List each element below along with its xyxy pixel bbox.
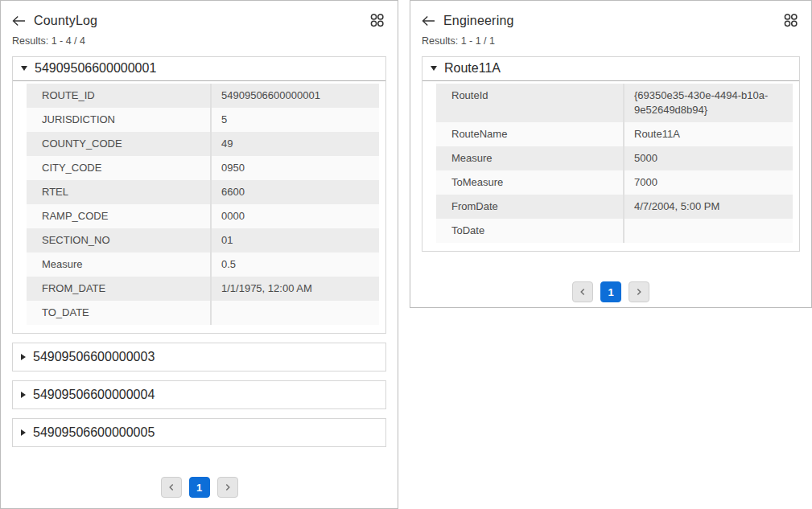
feature-item: Route11A RouteId {69350e35-430e-4494-b10… bbox=[422, 56, 800, 252]
pagination-prev-button[interactable] bbox=[572, 281, 593, 302]
chevron-left-icon bbox=[166, 482, 177, 493]
pagination: 1 bbox=[410, 281, 811, 302]
field-label: COUNTY_CODE bbox=[27, 132, 210, 156]
back-button[interactable] bbox=[422, 15, 435, 27]
results-count: Results: 1 - 1 / 1 bbox=[410, 28, 811, 56]
arrow-left-icon bbox=[12, 15, 26, 27]
feature-info-panel-countylog: CountyLog Results: 1 - 4 / 4 54909506600… bbox=[0, 0, 398, 509]
table-row: Measure 5000 bbox=[436, 146, 793, 170]
caret-right-icon bbox=[21, 354, 26, 360]
table-row: RouteName Route11A bbox=[436, 122, 793, 146]
actions-button[interactable] bbox=[369, 13, 385, 28]
table-row: RAMP_CODE 0000 bbox=[27, 204, 379, 228]
back-button[interactable] bbox=[12, 15, 26, 27]
panel-header: Engineering bbox=[410, 1, 811, 28]
caret-right-icon bbox=[21, 392, 26, 398]
attribute-table: RouteId {69350e35-430e-4494-b10a-9e52649… bbox=[436, 84, 793, 243]
field-label: Measure bbox=[27, 252, 210, 277]
field-label: RouteId bbox=[436, 84, 623, 122]
field-label: FROM_DATE bbox=[27, 277, 210, 301]
field-value: Route11A bbox=[623, 122, 793, 146]
field-label: ROUTE_ID bbox=[27, 84, 210, 108]
arrow-left-icon bbox=[422, 15, 435, 27]
chevron-left-icon bbox=[577, 286, 588, 298]
field-label: CITY_CODE bbox=[27, 156, 210, 180]
feature-item: 54909506600000003 bbox=[12, 343, 386, 371]
field-label: ToDate bbox=[436, 219, 623, 243]
field-value: 01 bbox=[210, 228, 379, 252]
field-label: FromDate bbox=[436, 195, 623, 219]
table-row: RTEL 6600 bbox=[27, 180, 379, 204]
pagination: 1 bbox=[1, 477, 398, 498]
table-row: FROM_DATE 1/1/1975, 12:00 AM bbox=[27, 277, 379, 301]
feature-header[interactable]: 54909506600000001 bbox=[13, 57, 385, 81]
table-row: SECTION_NO 01 bbox=[27, 228, 379, 252]
grid-actions-icon bbox=[783, 13, 798, 28]
field-label: SECTION_NO bbox=[27, 228, 210, 252]
field-value: 1/1/1975, 12:00 AM bbox=[210, 277, 379, 301]
table-row: Measure 0.5 bbox=[27, 252, 379, 277]
feature-item: 54909506600000005 bbox=[12, 418, 386, 447]
field-label: RAMP_CODE bbox=[27, 204, 210, 228]
panel-title: CountyLog bbox=[34, 14, 97, 28]
actions-button[interactable] bbox=[783, 13, 798, 28]
panel-title: Engineering bbox=[443, 14, 514, 28]
caret-right-icon bbox=[21, 429, 26, 436]
field-value: 0000 bbox=[210, 204, 379, 228]
feature-title: 54909506600000005 bbox=[33, 425, 155, 440]
field-value: 7000 bbox=[623, 170, 793, 195]
feature-title: 54909506600000004 bbox=[33, 388, 155, 402]
caret-down-icon bbox=[21, 66, 27, 71]
field-label: Measure bbox=[436, 146, 623, 170]
table-row: JURISDICTION 5 bbox=[27, 108, 379, 132]
field-label: RouteName bbox=[436, 122, 623, 146]
field-value: 54909506600000001 bbox=[210, 84, 379, 108]
pagination-next-button[interactable] bbox=[217, 477, 238, 498]
feature-info-panel-engineering: Engineering Results: 1 - 1 / 1 Route11A … bbox=[410, 0, 812, 308]
grid-actions-icon bbox=[369, 13, 385, 28]
feature-header[interactable]: Route11A bbox=[422, 57, 799, 81]
table-row: TO_DATE bbox=[27, 301, 379, 325]
field-label: JURISDICTION bbox=[27, 108, 210, 132]
panel-header: CountyLog bbox=[1, 1, 398, 28]
table-row: RouteId {69350e35-430e-4494-b10a-9e52649… bbox=[436, 84, 793, 122]
field-value: {69350e35-430e-4494-b10a-9e52649d8b94} bbox=[623, 84, 793, 122]
field-label: RTEL bbox=[27, 180, 210, 204]
attribute-table: ROUTE_ID 54909506600000001 JURISDICTION … bbox=[27, 84, 379, 325]
field-value: 5 bbox=[210, 108, 379, 132]
field-value: 6600 bbox=[210, 180, 379, 204]
field-value bbox=[210, 301, 379, 325]
pagination-page-button[interactable]: 1 bbox=[600, 281, 621, 302]
pagination-prev-button[interactable] bbox=[161, 477, 182, 498]
pagination-next-button[interactable] bbox=[629, 281, 649, 302]
feature-header[interactable]: 54909506600000003 bbox=[13, 343, 385, 371]
pagination-page-button[interactable]: 1 bbox=[189, 477, 210, 498]
field-value: 49 bbox=[210, 132, 379, 156]
results-count: Results: 1 - 4 / 4 bbox=[1, 28, 398, 56]
table-row: ToMeasure 7000 bbox=[436, 170, 793, 195]
table-row: ToDate bbox=[436, 219, 793, 243]
chevron-right-icon bbox=[633, 286, 645, 298]
field-value: 4/7/2004, 5:00 PM bbox=[623, 195, 793, 219]
field-value: 0950 bbox=[210, 156, 379, 180]
chevron-right-icon bbox=[222, 482, 233, 493]
table-row: ROUTE_ID 54909506600000001 bbox=[27, 84, 379, 108]
feature-title: Route11A bbox=[444, 61, 501, 76]
field-value: 5000 bbox=[623, 146, 793, 170]
feature-title: 54909506600000001 bbox=[35, 61, 156, 76]
caret-down-icon bbox=[431, 66, 437, 71]
feature-title: 54909506600000003 bbox=[33, 350, 155, 364]
field-value bbox=[623, 219, 793, 243]
field-label: ToMeasure bbox=[436, 170, 623, 195]
table-row: FromDate 4/7/2004, 5:00 PM bbox=[436, 195, 793, 219]
field-value: 0.5 bbox=[210, 252, 379, 277]
feature-item: 54909506600000001 ROUTE_ID 5490950660000… bbox=[12, 56, 386, 334]
field-label: TO_DATE bbox=[27, 301, 210, 325]
feature-header[interactable]: 54909506600000005 bbox=[13, 419, 385, 446]
feature-item: 54909506600000004 bbox=[12, 380, 386, 409]
table-row: COUNTY_CODE 49 bbox=[27, 132, 379, 156]
feature-header[interactable]: 54909506600000004 bbox=[13, 381, 385, 408]
table-row: CITY_CODE 0950 bbox=[27, 156, 379, 180]
